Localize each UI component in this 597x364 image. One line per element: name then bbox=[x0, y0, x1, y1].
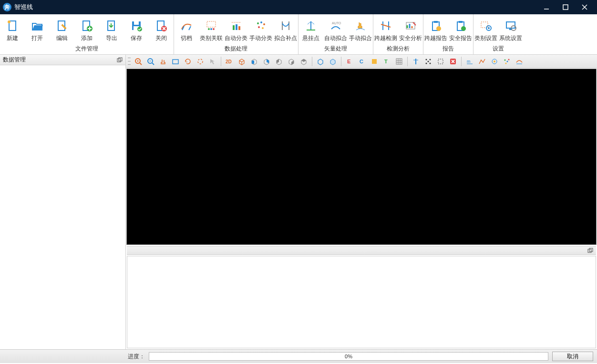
statusbar: 进度： 0% 取消 bbox=[0, 349, 597, 363]
svg-point-88 bbox=[507, 61, 508, 62]
save-icon bbox=[130, 19, 143, 32]
svg-point-27 bbox=[262, 27, 264, 29]
svg-point-19 bbox=[213, 28, 215, 30]
manual-fit-icon bbox=[354, 19, 367, 32]
data-panel: 数据管理 bbox=[0, 55, 126, 349]
system-settings-button[interactable]: 系统设置 bbox=[498, 14, 523, 44]
svg-text:E: E bbox=[347, 59, 350, 64]
pan-button[interactable] bbox=[157, 56, 169, 67]
new-file-icon bbox=[6, 19, 19, 32]
minimize-button[interactable] bbox=[537, 0, 556, 14]
view-toolbar: 2D E C T m bbox=[126, 55, 597, 68]
svg-rect-16 bbox=[207, 21, 216, 27]
add-file-icon bbox=[80, 19, 93, 32]
ribbon: 新建 打开 编辑 添加 导出 保存 关闭 文件管理 切档 类别关联 自动分类 手… bbox=[0, 14, 597, 55]
manual-classify-button[interactable]: 手动分类 bbox=[248, 14, 273, 44]
svg-rect-20 bbox=[233, 25, 235, 30]
points-tool-button[interactable] bbox=[422, 56, 434, 67]
new-button[interactable]: 新建 bbox=[0, 14, 25, 44]
safety-report-button[interactable]: 安全报告 bbox=[448, 14, 473, 44]
class-settings-button[interactable]: 类别设置 bbox=[473, 14, 498, 44]
svg-text:2D: 2D bbox=[226, 59, 232, 64]
view-top-button[interactable] bbox=[298, 56, 309, 67]
hang-point-button[interactable]: 悬挂点 bbox=[298, 14, 323, 44]
fit-points-icon bbox=[279, 19, 292, 32]
scatter-button[interactable] bbox=[501, 56, 513, 67]
view-front-button[interactable] bbox=[248, 56, 260, 67]
maximize-button[interactable] bbox=[556, 0, 575, 14]
edit-button[interactable]: 编辑 bbox=[50, 14, 74, 44]
measure-button[interactable]: m bbox=[464, 56, 475, 67]
svg-line-55 bbox=[140, 63, 142, 65]
undock-icon[interactable] bbox=[117, 57, 123, 63]
view-left-button[interactable] bbox=[273, 56, 285, 67]
select-button[interactable] bbox=[207, 56, 218, 67]
cross-detect-button[interactable]: 跨越检测 bbox=[373, 14, 398, 44]
svg-point-17 bbox=[208, 28, 210, 30]
crop-tool-button[interactable] bbox=[435, 56, 446, 67]
zoom-out-button[interactable] bbox=[145, 56, 156, 67]
delete-tool-button[interactable] bbox=[447, 56, 459, 67]
color-elev-button[interactable]: E bbox=[344, 56, 355, 67]
fit-points-button[interactable]: 拟合补点 bbox=[273, 14, 298, 44]
export-button[interactable]: 导出 bbox=[99, 14, 124, 44]
rotate-button[interactable] bbox=[195, 56, 206, 67]
profile-button[interactable] bbox=[476, 56, 488, 67]
auto-classify-button[interactable]: 自动分类 bbox=[224, 14, 248, 44]
ribbon-group-vector: 悬挂点 AUTO自动拟合 手动拟合 矢量处理 bbox=[298, 14, 373, 54]
cross-report-button[interactable]: 跨越报告 bbox=[423, 14, 448, 44]
ribbon-group-label: 检测分析 bbox=[373, 44, 423, 54]
data-panel-body bbox=[0, 65, 125, 349]
progress-label: 进度： bbox=[128, 353, 145, 361]
curve-button[interactable] bbox=[514, 56, 525, 67]
safety-icon bbox=[404, 19, 417, 32]
svg-point-78 bbox=[426, 62, 427, 64]
edit-file-icon bbox=[55, 19, 69, 32]
svg-point-86 bbox=[494, 61, 495, 62]
grid-button[interactable] bbox=[393, 56, 405, 67]
class-link-icon bbox=[205, 19, 218, 32]
svg-line-59 bbox=[152, 63, 154, 65]
safety-analysis-button[interactable]: 安全分析 bbox=[398, 14, 423, 44]
manual-fit-button[interactable]: 手动拟合 bbox=[348, 14, 373, 44]
view-right-button[interactable] bbox=[286, 56, 297, 67]
class-link-button[interactable]: 类别关联 bbox=[199, 14, 224, 44]
view-persp-button[interactable] bbox=[236, 56, 247, 67]
tower-tool-button[interactable] bbox=[410, 56, 422, 67]
save-button[interactable]: 保存 bbox=[124, 14, 149, 44]
svg-rect-64 bbox=[252, 61, 254, 64]
hang-point-icon bbox=[304, 19, 318, 32]
refresh-button[interactable] bbox=[182, 56, 194, 67]
zoom-in-button[interactable] bbox=[133, 56, 144, 67]
view-back-button[interactable] bbox=[261, 56, 272, 67]
auto-fit-button[interactable]: AUTO自动拟合 bbox=[323, 14, 348, 44]
open-button[interactable]: 打开 bbox=[25, 14, 50, 44]
ribbon-group-label: 数据处理 bbox=[174, 44, 298, 54]
ribbon-group-analysis: 跨越检测 安全分析 检测分析 bbox=[373, 14, 423, 54]
clipboard-check-icon bbox=[454, 19, 467, 32]
color-tile-button[interactable]: T bbox=[381, 56, 392, 67]
progress-bar: 0% bbox=[149, 352, 548, 361]
color-intensity-button[interactable] bbox=[369, 56, 380, 67]
box-b-button[interactable] bbox=[327, 56, 339, 67]
cut-section-button[interactable]: 切档 bbox=[174, 14, 199, 44]
mark-button[interactable] bbox=[489, 56, 500, 67]
svg-point-79 bbox=[430, 62, 431, 64]
view-2d-button[interactable]: 2D bbox=[224, 56, 235, 67]
close-file-button[interactable]: 关闭 bbox=[149, 14, 174, 44]
ribbon-group-settings: 类别设置 系统设置 设置 bbox=[473, 14, 523, 54]
ribbon-group-data: 切档 类别关联 自动分类 手动分类 拟合补点 数据处理 bbox=[174, 14, 298, 54]
undock-icon[interactable] bbox=[587, 248, 593, 253]
box-a-button[interactable] bbox=[315, 56, 326, 67]
app-logo-icon: 奔 bbox=[3, 3, 11, 11]
toolbar-handle-icon[interactable] bbox=[128, 57, 131, 66]
cancel-button[interactable]: 取消 bbox=[552, 352, 593, 361]
extent-button[interactable] bbox=[170, 56, 181, 67]
add-button[interactable]: 添加 bbox=[74, 14, 99, 44]
svg-point-45 bbox=[461, 26, 466, 31]
svg-point-25 bbox=[263, 23, 265, 25]
svg-point-26 bbox=[258, 26, 260, 28]
viewport-3d[interactable] bbox=[126, 69, 597, 245]
color-class-button[interactable]: C bbox=[356, 56, 368, 67]
close-button[interactable] bbox=[575, 0, 594, 14]
